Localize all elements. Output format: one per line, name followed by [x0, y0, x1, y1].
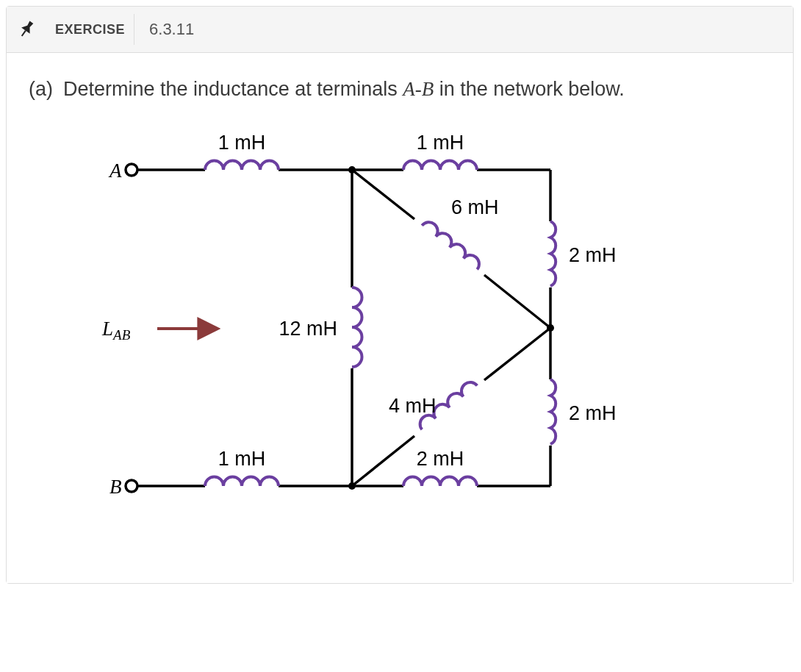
exercise-card: EXERCISE 6.3.11 (a) Determine the induct…	[6, 6, 794, 584]
terminal-a-label: A	[108, 160, 122, 182]
label-top-left: 1 mH	[218, 132, 266, 154]
svg-rect-0	[21, 30, 26, 37]
question-text: (a) Determine the inductance at terminal…	[29, 78, 771, 101]
lab-pointer: LAB	[101, 318, 216, 343]
circuit-diagram: 1 mH 1 mH 1 mH 2 mH	[29, 118, 771, 555]
svg-point-20	[348, 482, 356, 490]
inductor-top-left: 1 mH	[205, 132, 279, 170]
exercise-header: EXERCISE 6.3.11	[7, 7, 793, 53]
inductor-right-lower: 2 mH	[550, 379, 617, 444]
question-body: Determine the inductance at terminals A-…	[63, 78, 625, 101]
question-part-label: (a)	[29, 78, 53, 101]
variable-ab: A-B	[403, 78, 434, 100]
exercise-label: EXERCISE	[46, 7, 134, 52]
terminal-b	[126, 480, 137, 492]
label-diag-upper: 6 mH	[451, 196, 499, 218]
label-right-upper: 2 mH	[569, 244, 617, 266]
exercise-number: 6.3.11	[134, 7, 209, 52]
thumbtack-icon	[7, 7, 46, 52]
label-bot-right: 2 mH	[417, 448, 464, 470]
terminal-a	[126, 164, 137, 176]
exercise-content: (a) Determine the inductance at terminal…	[7, 53, 793, 583]
label-diag-lower: 4 mH	[389, 395, 437, 417]
svg-line-16	[484, 275, 550, 328]
inductor-top-right: 1 mH	[403, 132, 477, 170]
svg-line-18	[484, 328, 550, 380]
svg-point-21	[547, 324, 554, 332]
label-top-right: 1 mH	[417, 132, 464, 154]
inductor-bottom-left: 1 mH	[205, 448, 279, 486]
svg-line-15	[352, 170, 414, 219]
inductor-diag-upper	[422, 218, 483, 269]
inductor-right-upper: 2 mH	[550, 221, 617, 286]
svg-point-19	[348, 166, 356, 174]
svg-text:LAB: LAB	[101, 318, 131, 343]
label-bot-left: 1 mH	[218, 448, 266, 470]
inductor-mid-vertical: 12 mH	[279, 287, 362, 367]
label-right-lower: 2 mH	[569, 402, 617, 424]
terminal-b-label: B	[109, 476, 122, 498]
label-mid-vert: 12 mH	[279, 318, 337, 340]
inductor-bottom-right: 2 mH	[403, 448, 477, 486]
